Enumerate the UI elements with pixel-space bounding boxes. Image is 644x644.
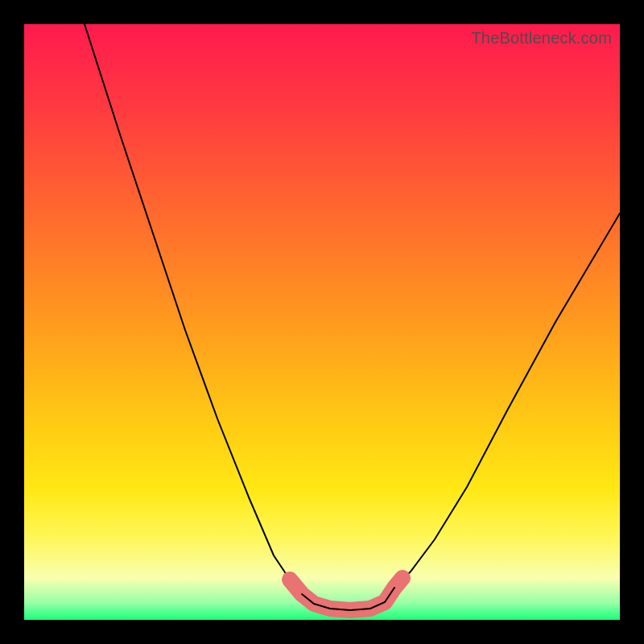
plot-area: TheBottleneck.com <box>24 24 620 620</box>
series-valley-thick <box>290 578 402 610</box>
series-left-branch-thin <box>85 24 302 594</box>
chart-frame: TheBottleneck.com <box>0 0 644 644</box>
curve-svg <box>24 24 620 620</box>
series-right-branch-thin <box>394 213 620 588</box>
